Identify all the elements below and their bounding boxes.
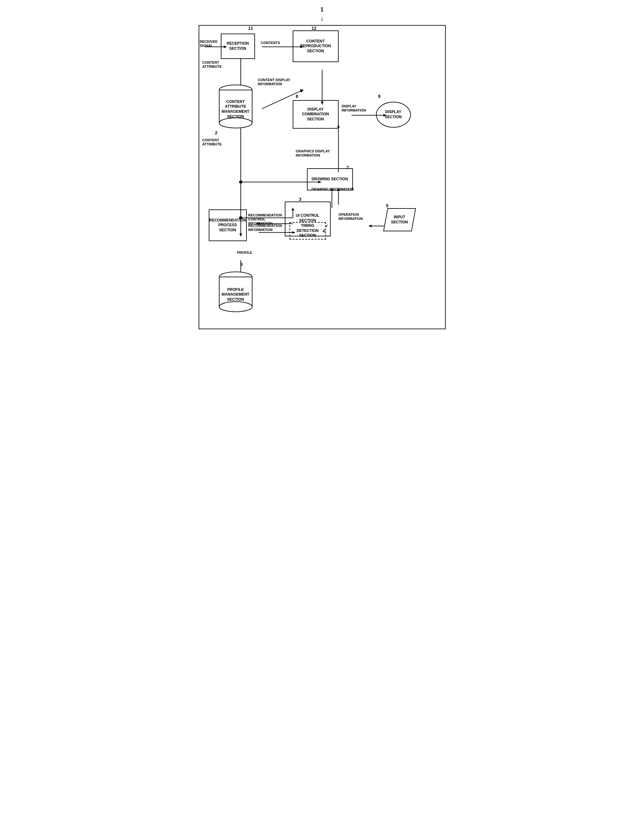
- num-11: 11: [248, 26, 253, 31]
- recommendation-process-block: RECOMMENDATIONPROCESSSECTION: [209, 209, 247, 241]
- profile-mgmt-cylinder: PROFILEMANAGEMENTSECTION: [218, 271, 253, 312]
- num-8: 8: [296, 94, 298, 99]
- content-attribute-mgmt-cylinder: CONTENTATTRIBUTEMANAGEMENTSECTION: [218, 84, 253, 129]
- num-6: 6: [240, 262, 243, 267]
- svg-marker-18: [300, 89, 304, 92]
- num-3: 3: [299, 197, 302, 202]
- content-display-info-label: CONTENT DISPLAYINFORMATION: [258, 78, 290, 86]
- num-9: 9: [378, 94, 381, 99]
- main-diagram-box: 11 12 2 3 4 5 6 7 8 9 10: [199, 25, 446, 329]
- display-combination-block: DISPLAYCOMBINATIONSECTION: [293, 100, 338, 129]
- profile-label: PROFILE: [237, 251, 253, 255]
- page-container: 1 ↓: [199, 6, 446, 329]
- content-reproduction-block: CONTENTREPRODUCTIONSECTION: [293, 30, 338, 62]
- timing-detection-block: TIMINGDETECTIONSECTION: [290, 222, 326, 240]
- reception-section-block: RECEPTIONSECTION: [221, 34, 255, 59]
- svg-marker-32: [368, 225, 371, 227]
- contents-label: CONTENTS: [261, 41, 280, 45]
- diagram-number: 1: [199, 6, 446, 13]
- received-signal-label: RECEIVEDSIGNAL: [200, 40, 218, 48]
- timing-detection-num-arrow: ↙: [325, 223, 329, 228]
- content-attribute-label-top: CONTENTATTRIBUTE: [203, 61, 222, 69]
- drawing-info-label: DRAWING INFORMATION: [312, 187, 354, 191]
- display-section-block: DISPLAYSECTION: [376, 102, 411, 128]
- num-2: 2: [215, 130, 218, 135]
- top-arrow-indicator: ↓: [199, 14, 446, 22]
- content-attribute-label-bottom: CONTENTATTRIBUTE: [203, 138, 222, 147]
- num-5: 5: [386, 203, 389, 208]
- num-12: 12: [312, 26, 317, 31]
- operation-info-label: OPERATIONINFORMATION: [338, 212, 363, 221]
- rec-info-label: RECOMMENDATIONINFORMATION: [248, 224, 282, 232]
- display-info-label: DISPLAYINFORMATION: [342, 104, 366, 112]
- graphics-display-info-label: GRAPHICS DISPLAYINFORMATION: [296, 149, 330, 158]
- svg-point-7: [239, 180, 242, 183]
- input-section-block: INPUTSECTION: [383, 208, 416, 232]
